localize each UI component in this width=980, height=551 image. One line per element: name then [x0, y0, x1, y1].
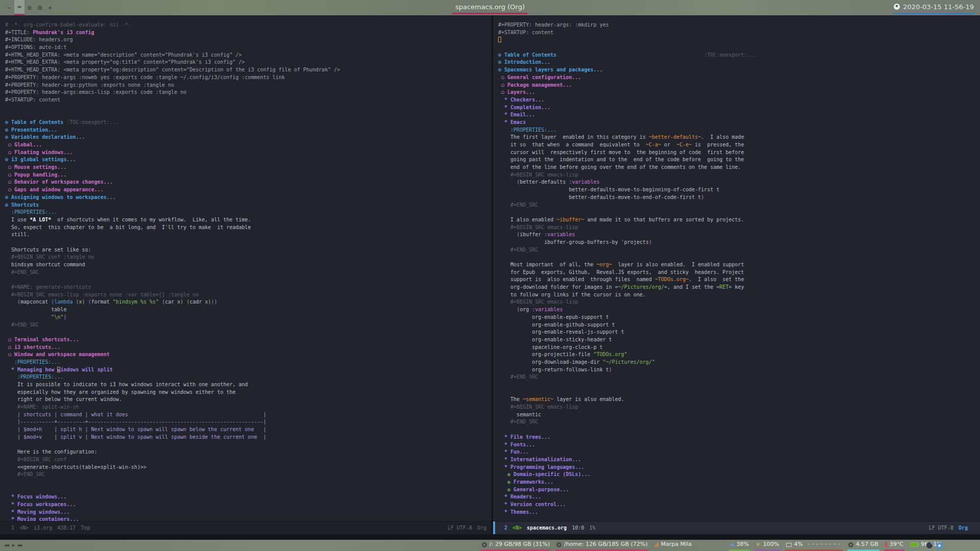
clock-datetime: 2020-03-15 11-56-19	[903, 3, 974, 11]
buffer-line: org-enable-sticky-header t	[498, 336, 980, 344]
buffer-line: * Managing how windows will split	[5, 366, 492, 374]
module-disk-home[interactable]: /home: 126 GB/185 GB (72%)	[555, 540, 648, 551]
buffer-line	[5, 239, 492, 246]
text-segment	[498, 179, 517, 185]
text-segment: ~better-defaults~	[649, 134, 701, 140]
buffer-line: #+STARTUP: content	[498, 29, 980, 37]
buffer-line: * Programming languages...	[498, 464, 980, 471]
buffer-line: * Themes...	[498, 509, 980, 516]
buffer-line: #+NAME: generate-shortcuts	[5, 284, 492, 291]
text-segment: is pressed, the	[692, 142, 744, 147]
buffer-line: I use *A LOT* of shortcuts when it comes…	[5, 216, 492, 224]
window-i3-org[interactable]: # -*- org-confirm-babel-evaluate: nil -*…	[0, 15, 492, 534]
text-segment: ○ Behavior of workspace changes...	[5, 179, 113, 185]
buffer-line: #+END_SRC	[498, 418, 980, 426]
buffer-spacemacs-org[interactable]: #+PROPERTY: header-args: :mkdirp yes#+ST…	[493, 15, 980, 521]
buffer-line: org-download folder for images in =~/Pic…	[498, 284, 980, 291]
workspace-5[interactable]: +	[45, 0, 55, 15]
buffer-line: #+BEGIN_SRC emacs-lisp :exports none :va…	[5, 291, 492, 299]
discord-tray-icon[interactable]	[926, 542, 933, 548]
text-segment: Shortcuts are set like so:	[5, 247, 91, 253]
text-segment: it so that when a command equivalent to	[498, 142, 646, 147]
disk-root-value: /: 29 GB/98 GB (31%)	[489, 541, 550, 548]
buffer-line	[498, 209, 980, 216]
major-mode: Org	[477, 525, 486, 531]
text-segment: :TOC:noexport:...	[63, 119, 118, 125]
buffer-line: ✿ Frameworks...	[498, 479, 980, 486]
text-segment: Most important of all, the	[498, 262, 597, 267]
text-segment: especially how they are organized by spa…	[5, 389, 236, 395]
buffer-line: #+END_SRC	[498, 373, 980, 381]
text-segment: )	[214, 299, 217, 305]
eol-encoding: LF UTF-8	[929, 525, 953, 531]
text-segment: layer is also enabled. I enabled support	[612, 262, 744, 267]
text-segment: ~TODOs.org~	[655, 277, 689, 282]
text-segment: "TODOs.org"	[594, 352, 627, 357]
buffer-line: So, expect this chapter to be a bit long…	[5, 224, 492, 232]
buffer-line: # -*- org-confirm-babel-evaluate: nil -*…	[5, 21, 492, 29]
buffer-line: ⊙ i3 global settings...	[5, 156, 492, 164]
memory-value: 4.57 GB	[856, 541, 878, 548]
text-segment: org-return-follows-link t	[498, 367, 609, 372]
workspace-1[interactable]: –	[4, 0, 14, 15]
buffer-line: going past the indentation and to the en…	[498, 156, 980, 164]
previous-button[interactable]: ◀◀	[4, 543, 9, 547]
text-segment: #+PROPERTY: header-args: :mkdirp yes	[498, 22, 609, 28]
buffer-line: * Internationalization...	[498, 456, 980, 464]
buffer-line: "\n")	[5, 314, 492, 321]
window-spacemacs-org[interactable]: #+PROPERTY: header-args: :mkdirp yes#+ST…	[493, 15, 980, 534]
module-volume[interactable]: ◀38%	[729, 540, 750, 551]
buffer-line	[5, 276, 492, 284]
text-segment: #+END_SRC	[5, 269, 39, 275]
text-segment: going past the indentation and to the en…	[498, 157, 744, 162]
workspace-2[interactable]: =	[14, 0, 24, 15]
text-segment: * Checkers...	[498, 97, 544, 103]
clock-module[interactable]: 2020-03-15 11-56-19	[893, 0, 975, 15]
buffer-line: * File trees...	[498, 434, 980, 441]
volume-value: 38%	[737, 541, 749, 548]
module-cpu[interactable]: 4%– – – – – – – –	[785, 540, 843, 551]
text-segment: ⊙ Presentation...	[5, 127, 57, 133]
module-disk-root[interactable]: /: 29 GB/98 GB (31%)	[481, 540, 551, 551]
text-segment: Frameworks...	[513, 479, 553, 485]
text-segment: #+INCLUDE: headers.org	[5, 37, 72, 42]
buffer-line: ⊙ Variables declaration...	[5, 134, 492, 141]
buffer-line: ✿ Domain-specific (DSLs)...	[498, 471, 980, 479]
text-segment: #+PROPERTY: header-args:python :exports …	[5, 82, 174, 88]
module-brightness[interactable]: ☀100%	[754, 540, 780, 551]
buffer-i3-org[interactable]: # -*- org-confirm-babel-evaluate: nil -*…	[0, 15, 492, 521]
text-segment: * Fonts...	[498, 442, 535, 447]
desktop: –=≡⊞+ spacemacs.org (Org) 2020-03-15 11-…	[0, 0, 980, 551]
workspace-4[interactable]: ⊞	[35, 0, 45, 15]
text-segment: ○ Floating windows...	[5, 149, 72, 155]
buffer-line	[5, 441, 492, 449]
text-segment: * Completion...	[498, 105, 550, 110]
buffer-line: (better-defaults :variables	[498, 179, 980, 186]
media-controls: ◀◀▶▶▶	[4, 540, 22, 551]
workspace-3[interactable]: ≡	[24, 0, 35, 15]
buffer-line: It is possible to indicate to i3 how win…	[5, 381, 492, 389]
buffer-line: org-enable-reveal-js-support t	[498, 329, 980, 336]
module-memory[interactable]: 4.57 GB	[847, 540, 879, 551]
text-segment: ○ Window and workspace management	[5, 352, 110, 357]
window-number: 1	[11, 525, 14, 531]
wifi-icon	[654, 542, 658, 547]
text-segment: ⊙ Assigning windows to workspaces...	[5, 194, 116, 200]
text-segment: * Themes...	[498, 509, 538, 515]
next-button[interactable]: ▶▶	[18, 543, 22, 547]
buffer-line: ○ Behavior of workspace changes...	[5, 179, 492, 186]
buffer-line	[498, 254, 980, 261]
text-segment: "bindsym %s %s"	[113, 299, 159, 305]
buffer-line: #+BEGIN_SRC emacs-lisp	[498, 224, 980, 232]
clock-icon	[894, 4, 900, 10]
module-temperature[interactable]: 39°C	[884, 540, 904, 551]
buffer-line: especially how they are organized by spa…	[5, 389, 492, 396]
network-tray-icon[interactable]	[937, 543, 942, 548]
buffer-line: |-----------+---------+-----------------…	[5, 418, 492, 426]
play-button[interactable]: ▶	[12, 543, 14, 547]
module-wifi[interactable]: Marpa Mila	[653, 540, 693, 551]
buffer-line: #+PROPERTY: header-args: :mkdirp yes	[498, 21, 980, 29]
text-segment: ○ Layers...	[498, 89, 535, 95]
text-segment: :PROPERTIES:...	[498, 127, 556, 133]
modeline-left: 1 <N> i3.org 438:17 Top LF UTF-8 Org	[0, 521, 492, 534]
